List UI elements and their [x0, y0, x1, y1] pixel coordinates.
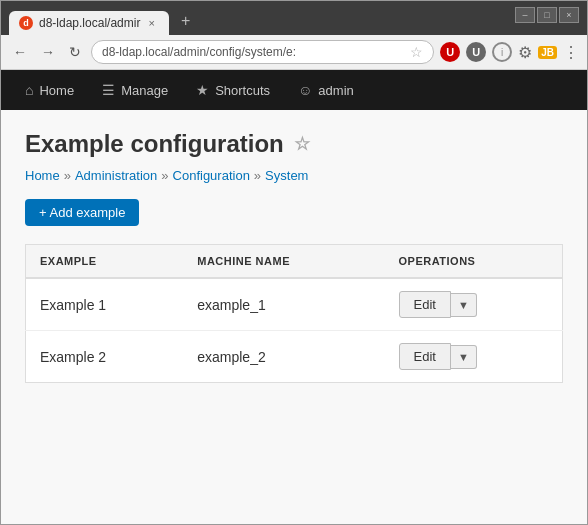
browser-window: d d8-ldap.local/admir × + – □ × ← → ↻ d8… [0, 0, 588, 525]
title-star-icon[interactable]: ☆ [294, 133, 310, 155]
maximize-button[interactable]: □ [537, 7, 557, 23]
extension-ublock-icon[interactable]: U [440, 42, 460, 62]
edit-button-1[interactable]: Edit [399, 291, 451, 318]
nav-home-label: Home [39, 83, 74, 98]
breadcrumb-sep-3: » [254, 168, 261, 183]
settings-icon[interactable]: ⚙ [518, 43, 532, 62]
tab-close-button[interactable]: × [147, 17, 157, 29]
operations-2: Edit ▼ [385, 331, 563, 383]
machine-name-2: example_2 [183, 331, 384, 383]
browser-menu-icon[interactable]: ⋮ [563, 43, 579, 62]
manage-icon: ☰ [102, 82, 115, 98]
examples-table: Example Machine Name Operations Example … [25, 244, 563, 383]
address-input[interactable]: d8-ldap.local/admin/config/system/e: ☆ [91, 40, 434, 64]
dropdown-arrow-icon-2: ▼ [458, 351, 469, 363]
page-content: Example configuration ☆ Home » Administr… [1, 110, 587, 524]
drupal-nav-bar: ⌂ Home ☰ Manage ★ Shortcuts ☺ admin [1, 70, 587, 110]
tab-title: d8-ldap.local/admir [39, 16, 141, 30]
shortcuts-icon: ★ [196, 82, 209, 98]
close-button[interactable]: × [559, 7, 579, 23]
breadcrumb: Home » Administration » Configuration » … [25, 168, 563, 183]
nav-admin-label: admin [318, 83, 353, 98]
nav-home[interactable]: ⌂ Home [11, 70, 88, 110]
col-example: Example [26, 245, 184, 279]
page-title: Example configuration ☆ [25, 130, 563, 158]
page-title-text: Example configuration [25, 130, 284, 158]
breadcrumb-administration[interactable]: Administration [75, 168, 157, 183]
tab-favicon: d [19, 16, 33, 30]
breadcrumb-system[interactable]: System [265, 168, 308, 183]
breadcrumb-sep-2: » [161, 168, 168, 183]
add-example-button[interactable]: + Add example [25, 199, 139, 226]
extension-u-icon[interactable]: U [466, 42, 486, 62]
address-bar: ← → ↻ d8-ldap.local/admin/config/system/… [1, 35, 587, 70]
machine-name-1: example_1 [183, 278, 384, 331]
breadcrumb-configuration[interactable]: Configuration [173, 168, 250, 183]
new-tab-button[interactable]: + [171, 7, 200, 35]
active-tab[interactable]: d d8-ldap.local/admir × [9, 11, 169, 35]
back-button[interactable]: ← [9, 42, 31, 62]
example-name-1: Example 1 [26, 278, 184, 331]
extension-jb-icon[interactable]: JB [538, 46, 557, 59]
edit-dropdown-2[interactable]: ▼ [451, 345, 477, 369]
user-icon: ☺ [298, 82, 312, 98]
table-header-row: Example Machine Name Operations [26, 245, 563, 279]
col-machine-name: Machine Name [183, 245, 384, 279]
dropdown-arrow-icon-1: ▼ [458, 299, 469, 311]
operations-1: Edit ▼ [385, 278, 563, 331]
window-controls: – □ × [515, 7, 579, 23]
breadcrumb-home[interactable]: Home [25, 168, 60, 183]
breadcrumb-sep-1: » [64, 168, 71, 183]
table-row: Example 2 example_2 Edit ▼ [26, 331, 563, 383]
nav-manage[interactable]: ☰ Manage [88, 70, 182, 110]
edit-btn-group-2: Edit ▼ [399, 343, 549, 370]
nav-manage-label: Manage [121, 83, 168, 98]
address-text: d8-ldap.local/admin/config/system/e: [102, 45, 406, 59]
col-operations: Operations [385, 245, 563, 279]
extension-info-icon[interactable]: i [492, 42, 512, 62]
edit-button-2[interactable]: Edit [399, 343, 451, 370]
nav-shortcuts-label: Shortcuts [215, 83, 270, 98]
refresh-button[interactable]: ↻ [65, 42, 85, 62]
nav-shortcuts[interactable]: ★ Shortcuts [182, 70, 284, 110]
forward-button[interactable]: → [37, 42, 59, 62]
table-row: Example 1 example_1 Edit ▼ [26, 278, 563, 331]
home-icon: ⌂ [25, 82, 33, 98]
bookmark-star-icon[interactable]: ☆ [410, 44, 423, 60]
edit-dropdown-1[interactable]: ▼ [451, 293, 477, 317]
minimize-button[interactable]: – [515, 7, 535, 23]
example-name-2: Example 2 [26, 331, 184, 383]
edit-btn-group-1: Edit ▼ [399, 291, 549, 318]
nav-admin[interactable]: ☺ admin [284, 70, 368, 110]
